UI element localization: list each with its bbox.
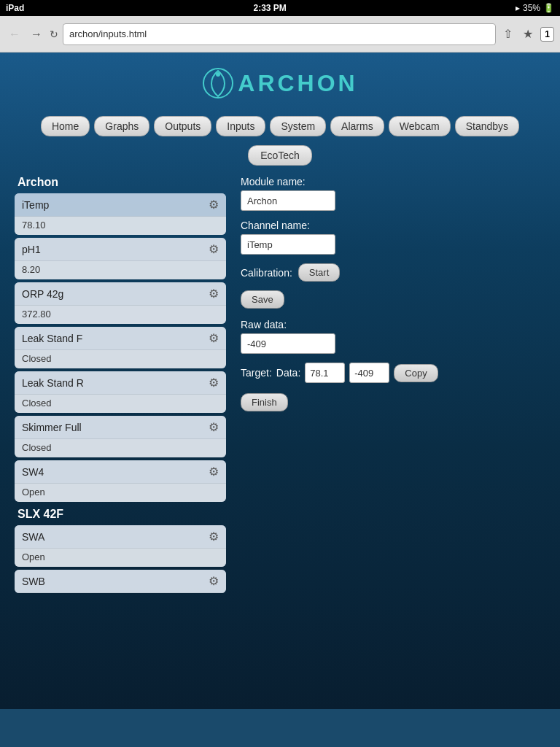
copy-button[interactable]: Copy [394,364,438,382]
orp-gear-icon[interactable]: ⚙ [209,287,219,301]
swa-value: Open [15,549,226,567]
nav-alarms[interactable]: Alarms [330,116,384,136]
nav-outputs[interactable]: Outputs [154,116,211,136]
leak-stand-f-name: Leak Stand F [22,333,82,344]
orp-name: ORP 42g [22,288,63,300]
address-bar[interactable] [63,23,496,45]
swa-module: SWA ⚙ Open [15,525,226,567]
save-button[interactable]: Save [241,290,284,309]
tab-count[interactable]: 1 [540,27,554,42]
itemp-name: iTemp [22,199,49,211]
leak-stand-f-value: Closed [15,350,226,368]
save-row: Save [241,290,545,309]
leak-stand-r-name: Leak Stand R [22,377,84,389]
target-data-row: Target: Data: Copy [241,363,545,383]
battery-icon: 🔋 [543,3,554,13]
skimmer-full-header[interactable]: Skimmer Full ⚙ [15,416,226,439]
ph1-gear-icon[interactable]: ⚙ [209,242,219,256]
swa-header[interactable]: SWA ⚙ [15,525,226,549]
calibration-row: Calibration: Start [241,263,545,282]
leak-stand-f-module: Leak Stand F ⚙ Closed [15,327,226,368]
leak-stand-r-module: Leak Stand R ⚙ Closed [15,371,226,413]
data-label: Data: [276,367,300,379]
channel-name-input[interactable] [241,234,335,255]
swb-name: SWB [22,576,45,587]
finish-button[interactable]: Finish [241,393,288,411]
nav-graphs[interactable]: Graphs [94,116,149,136]
raw-data-input[interactable] [241,333,335,354]
nav-home[interactable]: Home [41,116,90,136]
ph1-value: 8.20 [15,261,226,279]
nav-bar: Home Graphs Outputs Inputs System Alarms… [0,110,560,142]
ph1-module: pH1 ⚙ 8.20 [15,238,226,279]
bookmark-button[interactable]: ★ [520,26,536,42]
slx-section-title: SLX 42F [15,508,226,521]
sw4-header[interactable]: SW4 ⚙ [15,460,226,484]
slx-section: SLX 42F SWA ⚙ Open SWB ⚙ [15,508,226,593]
left-panel: Archon iTemp ⚙ 78.10 pH1 ⚙ 8.20 ORP 42g … [15,176,226,596]
data-value-input[interactable] [349,363,389,383]
browser-chrome: ← → ↻ ⇧ ★ 1 [0,16,560,53]
share-button[interactable]: ⇧ [500,26,516,42]
leak-stand-r-gear-icon[interactable]: ⚙ [209,376,219,390]
channel-name-label: Channel name: [241,220,545,231]
logo-icon [202,67,235,100]
forward-button[interactable]: → [28,26,45,42]
battery-label: 35% [523,3,540,13]
sw4-gear-icon[interactable]: ⚙ [209,465,219,479]
channel-name-row: Channel name: [241,220,545,255]
sw4-value: Open [15,484,226,502]
raw-data-label: Raw data: [241,319,545,330]
nav-system[interactable]: System [270,116,326,136]
calibration-label: Calibration: [241,267,292,279]
ph1-header[interactable]: pH1 ⚙ [15,238,226,261]
logo-container: ARCHON [202,67,357,100]
sw4-name: SW4 [22,466,44,478]
itemp-value: 78.10 [15,217,226,235]
refresh-button[interactable]: ↻ [50,28,58,40]
skimmer-full-name: Skimmer Full [22,422,82,433]
itemp-module: iTemp ⚙ 78.10 [15,193,226,235]
module-name-row: Module name: [241,176,545,211]
orp-header[interactable]: ORP 42g ⚙ [15,282,226,306]
module-name-input[interactable] [241,190,335,211]
sw4-module: SW4 ⚙ Open [15,460,226,502]
module-name-label: Module name: [241,176,545,187]
finish-row: Finish [241,393,545,411]
archon-section-title: Archon [15,176,226,189]
itemp-header[interactable]: iTemp ⚙ [15,193,226,217]
target-label: Target: [241,367,272,379]
status-bar: iPad 2:33 PM ▸ 35% 🔋 [0,0,560,16]
leak-stand-r-value: Closed [15,395,226,413]
status-icons: ▸ 35% 🔋 [516,3,554,13]
orp-value: 372.80 [15,306,226,324]
nav-ecotech[interactable]: EcoTech [248,145,312,166]
right-panel: Module name: Channel name: Calibration: … [241,176,545,596]
nav-sub-bar: EcoTech [0,142,560,169]
target-value-input[interactable] [305,363,345,383]
leak-stand-r-header[interactable]: Leak Stand R ⚙ [15,371,226,395]
orp-module: ORP 42g ⚙ 372.80 [15,282,226,324]
back-button[interactable]: ← [6,26,23,42]
swb-module: SWB ⚙ [15,570,226,593]
calibration-start-button[interactable]: Start [298,263,340,282]
carrier-label: iPad [6,3,24,13]
leak-stand-f-header[interactable]: Leak Stand F ⚙ [15,327,226,350]
nav-webcam[interactable]: Webcam [389,116,451,136]
nav-inputs[interactable]: Inputs [216,116,265,136]
logo-text: ARCHON [238,70,357,97]
nav-standbys[interactable]: Standbys [455,116,519,136]
svg-point-1 [216,72,220,77]
skimmer-full-gear-icon[interactable]: ⚙ [209,420,219,434]
swb-gear-icon[interactable]: ⚙ [209,574,219,588]
bluetooth-icon: ▸ [516,3,520,13]
skimmer-full-module: Skimmer Full ⚙ Closed [15,416,226,457]
swa-gear-icon[interactable]: ⚙ [209,530,219,543]
header: ARCHON [0,53,560,110]
skimmer-full-value: Closed [15,439,226,457]
swa-name: SWA [22,531,44,543]
page-background: ARCHON Home Graphs Outputs Inputs System… [0,53,560,709]
itemp-gear-icon[interactable]: ⚙ [209,198,219,212]
leak-stand-f-gear-icon[interactable]: ⚙ [209,331,219,345]
swb-header[interactable]: SWB ⚙ [15,570,226,593]
